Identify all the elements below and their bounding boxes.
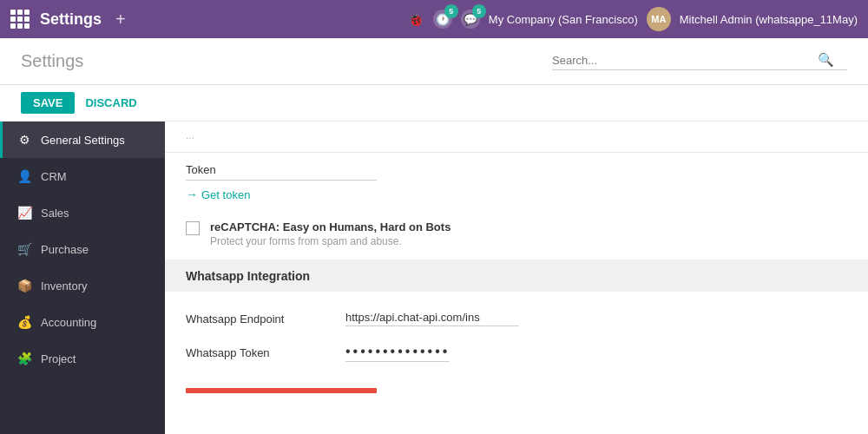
arrow-right-icon: → [186, 187, 198, 201]
apps-grid-icon[interactable] [10, 10, 30, 29]
get-token-label: Get token [201, 188, 250, 201]
whatsapp-token-value[interactable]: •••••••••••••• [345, 344, 450, 362]
bottom-red-bar [186, 388, 377, 393]
recaptcha-text-group: reCAPTCHA: Easy on Humans, Hard on Bots … [210, 220, 450, 247]
sidebar: ⚙ General Settings 👤 CRM 📈 Sales 🛒 Purch… [0, 122, 165, 434]
main-layout: ⚙ General Settings 👤 CRM 📈 Sales 🛒 Purch… [0, 122, 868, 434]
content-area: ... Token → Get token reCAPTCHA: Easy on… [165, 122, 868, 434]
recaptcha-desc: Protect your forms from spam and abuse. [210, 235, 450, 247]
activity-badge-button[interactable]: 🕐 5 [433, 10, 452, 29]
sidebar-item-purchase[interactable]: 🛒 Purchase [0, 231, 165, 267]
sidebar-item-project[interactable]: 🧩 Project [0, 340, 165, 377]
avatar-initials: MA [651, 14, 666, 24]
general-settings-icon: ⚙ [16, 132, 32, 148]
inventory-icon: 📦 [16, 278, 32, 293]
recaptcha-checkbox[interactable] [186, 221, 200, 235]
company-name[interactable]: My Company (San Francisco) [489, 13, 638, 26]
chat-count-badge: 5 [472, 4, 486, 18]
whatsapp-section-title: Whatsapp Integration [186, 269, 310, 283]
sidebar-item-crm[interactable]: 👤 CRM [0, 158, 165, 194]
get-token-link[interactable]: → Get token [186, 187, 847, 201]
recaptcha-title: reCAPTCHA: Easy on Humans, Hard on Bots [210, 220, 450, 233]
purchase-icon: 🛒 [16, 241, 32, 257]
discard-button[interactable]: DISCARD [85, 96, 136, 109]
page-title: Settings [21, 51, 538, 71]
whatsapp-token-label: Whatsapp Token [186, 346, 325, 359]
activity-count-badge: 5 [444, 4, 458, 18]
save-button[interactable]: SAVE [21, 92, 75, 114]
content-top-fade: ... [165, 122, 868, 153]
crm-icon: 👤 [16, 168, 32, 184]
whatsapp-form-section: Whatsapp Endpoint https://api.chat-api.c… [165, 292, 868, 381]
topbar-icon-group: 🐞 🕐 5 💬 5 My Company (San Francisco) MA … [407, 7, 858, 31]
top-fade-text: ... [186, 129, 194, 141]
topbar-plus-button[interactable]: + [115, 10, 126, 30]
token-underline [186, 180, 377, 181]
user-name: Mitchell Admin (whatsappe_11May) [680, 13, 858, 26]
whatsapp-section-header: Whatsapp Integration [165, 260, 868, 292]
recaptcha-row: reCAPTCHA: Easy on Humans, Hard on Bots … [165, 212, 868, 260]
sidebar-item-accounting[interactable]: 💰 Accounting [0, 304, 165, 340]
sidebar-item-sales[interactable]: 📈 Sales [0, 194, 165, 231]
sidebar-item-inventory[interactable]: 📦 Inventory [0, 267, 165, 304]
token-label: Token [186, 163, 847, 176]
bug-icon[interactable]: 🐞 [407, 11, 424, 28]
sidebar-item-general-settings[interactable]: ⚙ General Settings [0, 122, 165, 158]
topbar-title: Settings [40, 10, 102, 29]
search-input[interactable] [552, 54, 812, 67]
token-section: Token → Get token [165, 153, 868, 212]
avatar[interactable]: MA [647, 7, 671, 31]
sales-icon: 📈 [16, 205, 32, 220]
topbar: Settings + 🐞 🕐 5 💬 5 My Company (San Fra… [0, 0, 868, 38]
chat-badge-button[interactable]: 💬 5 [461, 10, 480, 29]
whatsapp-endpoint-row: Whatsapp Endpoint https://api.chat-api.c… [186, 302, 847, 335]
subheader: Settings 🔍 [0, 38, 868, 85]
search-box: 🔍 [552, 52, 847, 70]
search-icon[interactable]: 🔍 [818, 52, 834, 68]
whatsapp-endpoint-value[interactable]: https://api.chat-api.com/ins [345, 311, 519, 326]
project-icon: 🧩 [16, 351, 32, 366]
whatsapp-endpoint-label: Whatsapp Endpoint [186, 312, 325, 326]
actionbar: SAVE DISCARD [0, 85, 868, 122]
accounting-icon: 💰 [16, 314, 32, 330]
whatsapp-token-row: Whatsapp Token •••••••••••••• [186, 335, 847, 371]
